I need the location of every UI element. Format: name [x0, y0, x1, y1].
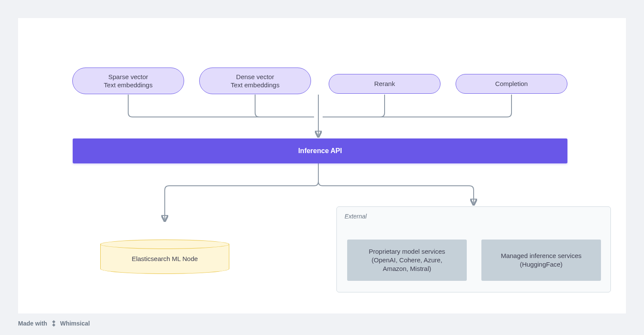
bar-label: Inference API	[298, 147, 342, 155]
input-pill-dense-vector: Dense vector Text embeddings	[199, 68, 311, 94]
ext-box-line3: Amazon, Mistral)	[383, 264, 431, 273]
pill-line1: Rerank	[374, 80, 395, 88]
cylinder-top	[100, 240, 229, 249]
whimsical-logo-icon	[50, 320, 58, 327]
made-with-credit: Made with Whimsical	[18, 320, 90, 327]
pill-line2: Text embeddings	[104, 81, 152, 89]
input-pill-completion: Completion	[456, 74, 567, 94]
inference-api-bar: Inference API	[73, 138, 567, 163]
ext-box-line2: (OpenAI, Cohere, Azure,	[372, 256, 442, 264]
input-pill-sparse-vector: Sparse vector Text embeddings	[72, 68, 184, 94]
ext-box-line1: Proprietary model services	[369, 247, 445, 256]
diagram-canvas: Sparse vector Text embeddings Dense vect…	[18, 18, 626, 313]
cylinder-label: Elasticsearch ML Node	[132, 255, 198, 262]
ext-box-line2: (HuggingFace)	[520, 260, 562, 269]
external-box-managed: Managed inference services (HuggingFace)	[481, 240, 601, 281]
external-box-proprietary: Proprietary model services (OpenAI, Cohe…	[347, 240, 467, 281]
elasticsearch-ml-node-cylinder: Elasticsearch ML Node	[100, 240, 229, 274]
ext-box-line1: Managed inference services	[501, 252, 582, 260]
external-label: External	[345, 213, 367, 220]
pill-line1: Completion	[495, 80, 528, 88]
pill-line2: Text embeddings	[231, 81, 279, 89]
made-with-text: Made with	[18, 320, 47, 327]
brand-text: Whimsical	[60, 320, 90, 327]
input-pill-rerank: Rerank	[329, 74, 441, 94]
pill-line1: Sparse vector	[108, 73, 148, 81]
external-container: External Proprietary model services (Ope…	[336, 206, 611, 292]
pill-line1: Dense vector	[236, 73, 274, 81]
